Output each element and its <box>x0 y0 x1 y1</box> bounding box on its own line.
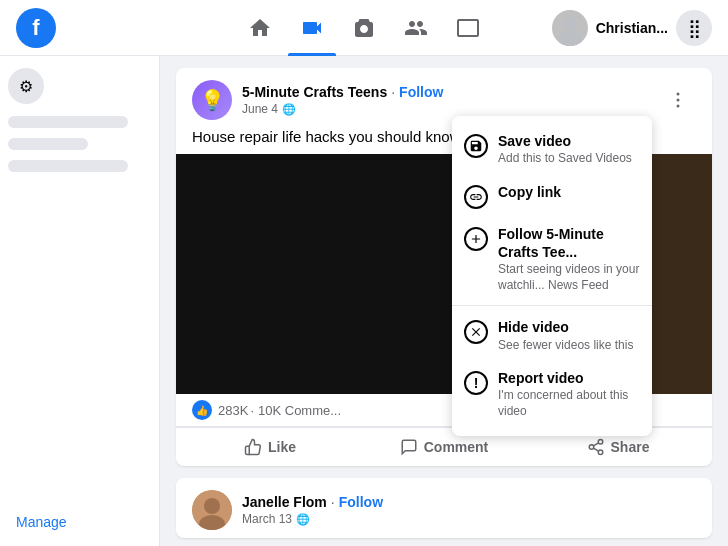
sidebar: ⚙ Manage <box>0 56 160 546</box>
menu-item-copy-link[interactable]: Copy link <box>452 175 652 217</box>
menu-item-save-video[interactable]: Save video Add this to Saved Videos <box>452 124 652 175</box>
report-video-icon: ! <box>464 371 488 395</box>
post-meta: 5-Minute Crafts Teens · Follow June 4 🌐 <box>242 84 650 116</box>
svg-point-4 <box>677 105 680 108</box>
video-panel-left <box>176 154 498 394</box>
sidebar-manage-link[interactable]: Manage <box>8 510 151 534</box>
nav-video-button[interactable] <box>288 4 336 52</box>
settings-gear-button[interactable]: ⚙ <box>8 68 44 104</box>
like-button[interactable]: Like <box>184 432 356 462</box>
menu-item-follow[interactable]: Follow 5-Minute Crafts Tee... Start seei… <box>452 217 652 302</box>
sidebar-placeholder-2 <box>8 138 88 150</box>
save-video-title: Save video <box>498 132 640 150</box>
post-author-name: 5-Minute Crafts Teens <box>242 84 387 100</box>
follow-sub: Start seeing videos in your watchli... N… <box>498 262 640 293</box>
nav-center <box>236 4 492 52</box>
follow-text: Follow 5-Minute Crafts Tee... Start seei… <box>498 225 640 294</box>
post2-header: Janelle Flom · Follow March 13 🌐 <box>176 478 712 538</box>
post2-meta: Janelle Flom · Follow March 13 🌐 <box>242 494 696 526</box>
report-video-sub: I'm concerned about this video <box>498 388 640 419</box>
post-date-row: June 4 🌐 <box>242 102 650 116</box>
svg-point-6 <box>589 445 594 450</box>
like-label: Like <box>268 439 296 455</box>
reaction-count: 283K <box>218 403 248 418</box>
sidebar-placeholder-1 <box>8 116 128 128</box>
user-name: Christian... <box>596 20 668 36</box>
post-follow-button[interactable]: Follow <box>399 84 443 100</box>
nav-home-button[interactable] <box>236 4 284 52</box>
nav-watch-button[interactable] <box>444 4 492 52</box>
hide-video-title: Hide video <box>498 318 640 336</box>
copy-link-title: Copy link <box>498 183 640 201</box>
copy-link-icon <box>464 185 488 209</box>
reaction-like-bubble: 👍 <box>192 400 212 420</box>
svg-point-11 <box>204 498 220 514</box>
post-dot: · <box>391 84 395 100</box>
svg-point-2 <box>677 93 680 96</box>
comment-button[interactable]: Comment <box>358 432 530 462</box>
top-nav: f <box>0 0 728 56</box>
post-avatar: 💡 <box>192 80 232 120</box>
post-card-2: Janelle Flom · Follow March 13 🌐 <box>176 478 712 538</box>
svg-point-5 <box>598 440 603 445</box>
save-video-sub: Add this to Saved Videos <box>498 151 640 167</box>
nav-left: f <box>16 8 56 48</box>
video-feed: 💡 5-Minute Crafts Teens · Follow June 4 … <box>160 56 728 546</box>
save-video-text: Save video Add this to Saved Videos <box>498 132 640 167</box>
menu-item-hide-video[interactable]: Hide video See fewer videos like this <box>452 310 652 361</box>
report-video-text: Report video I'm concerned about this vi… <box>498 369 640 419</box>
post2-dot: · <box>331 494 335 510</box>
post2-follow-button[interactable]: Follow <box>339 494 383 510</box>
menu-divider <box>452 305 652 306</box>
user-avatar[interactable] <box>552 10 588 46</box>
share-button[interactable]: Share <box>532 432 704 462</box>
facebook-logo: f <box>16 8 56 48</box>
svg-line-9 <box>593 443 598 446</box>
post2-author-row: Janelle Flom · Follow <box>242 494 696 510</box>
follow-icon <box>464 227 488 251</box>
copy-link-text: Copy link <box>498 183 640 201</box>
post2-avatar <box>192 490 232 530</box>
post2-globe-icon: 🌐 <box>296 513 310 526</box>
svg-line-8 <box>593 448 598 451</box>
post-more-options-button[interactable] <box>660 82 696 118</box>
post-card-1: 💡 5-Minute Crafts Teens · Follow June 4 … <box>176 68 712 466</box>
post-author-row: 5-Minute Crafts Teens · Follow <box>242 84 650 100</box>
nav-groups-button[interactable] <box>392 4 440 52</box>
comment-label: Comment <box>424 439 489 455</box>
sidebar-placeholder-3 <box>8 160 128 172</box>
menu-item-report-video[interactable]: ! Report video I'm concerned about this … <box>452 361 652 427</box>
nav-right: Christian... ⣿ <box>552 10 712 46</box>
post2-author-name: Janelle Flom <box>242 494 327 510</box>
follow-title: Follow 5-Minute Crafts Tee... <box>498 225 640 261</box>
hide-video-sub: See fewer videos like this <box>498 338 640 354</box>
svg-point-7 <box>598 450 603 455</box>
post2-date: March 13 <box>242 512 292 526</box>
svg-point-1 <box>558 32 582 46</box>
svg-point-0 <box>563 17 577 31</box>
post-globe-icon: 🌐 <box>282 103 296 116</box>
main-layout: ⚙ Manage 💡 5-Minute Crafts Teens · Follo… <box>0 56 728 546</box>
save-video-icon <box>464 134 488 158</box>
hide-video-text: Hide video See fewer videos like this <box>498 318 640 353</box>
share-label: Share <box>611 439 650 455</box>
comment-count: 10K Comme... <box>258 403 341 418</box>
report-video-title: Report video <box>498 369 640 387</box>
svg-point-3 <box>677 99 680 102</box>
post-date: June 4 <box>242 102 278 116</box>
post2-date-row: March 13 🌐 <box>242 512 696 526</box>
menu-grid-button[interactable]: ⣿ <box>676 10 712 46</box>
hide-video-icon <box>464 320 488 344</box>
context-menu: Save video Add this to Saved Videos Copy… <box>452 116 652 436</box>
nav-marketplace-button[interactable] <box>340 4 388 52</box>
